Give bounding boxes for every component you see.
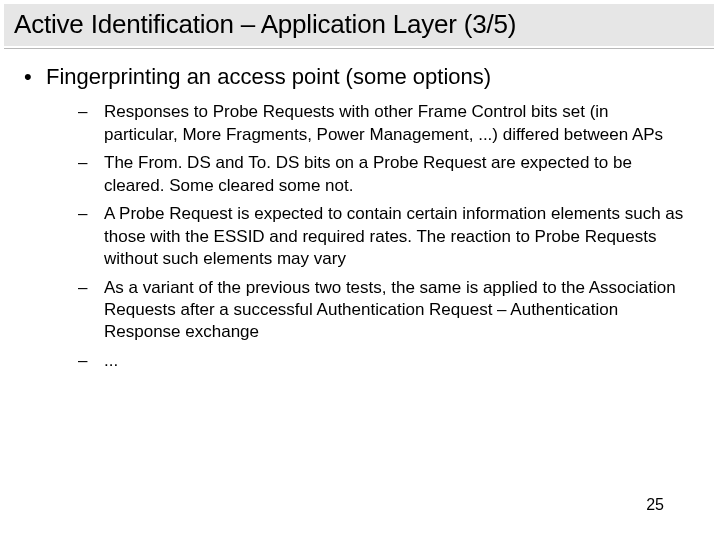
- dash-icon: –: [78, 152, 104, 174]
- sub-bullet-list: – Responses to Probe Requests with other…: [78, 101, 684, 372]
- list-item: – The From. DS and To. DS bits on a Prob…: [78, 152, 684, 197]
- list-item: – A Probe Request is expected to contain…: [78, 203, 684, 270]
- dash-icon: –: [78, 277, 104, 299]
- level1-bullet: • Fingerprinting an access point (some o…: [24, 63, 694, 92]
- list-item: – ...: [78, 350, 684, 372]
- dash-icon: –: [78, 203, 104, 225]
- title-band: Active Identification – Application Laye…: [4, 4, 714, 46]
- dash-icon: –: [78, 350, 104, 372]
- bullet-icon: •: [24, 63, 46, 92]
- dash-icon: –: [78, 101, 104, 123]
- list-item-text: The From. DS and To. DS bits on a Probe …: [104, 152, 684, 197]
- slide-body: • Fingerprinting an access point (some o…: [0, 49, 720, 372]
- list-item: – As a variant of the previous two tests…: [78, 277, 684, 344]
- slide: Active Identification – Application Laye…: [0, 4, 720, 540]
- list-item-text: A Probe Request is expected to contain c…: [104, 203, 684, 270]
- list-item: – Responses to Probe Requests with other…: [78, 101, 684, 146]
- slide-title: Active Identification – Application Laye…: [14, 10, 704, 40]
- page-number: 25: [646, 496, 664, 514]
- list-item-text: As a variant of the previous two tests, …: [104, 277, 684, 344]
- list-item-text: Responses to Probe Requests with other F…: [104, 101, 684, 146]
- list-item-text: ...: [104, 350, 684, 372]
- level1-text: Fingerprinting an access point (some opt…: [46, 63, 491, 92]
